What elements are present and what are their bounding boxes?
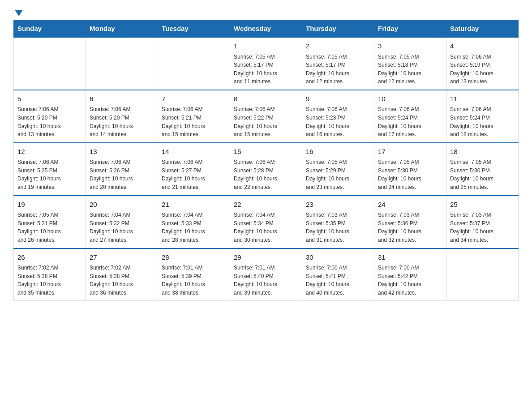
calendar-header-wednesday: Wednesday — [230, 20, 302, 38]
logo — [13, 9, 23, 15]
day-number: 3 — [378, 41, 442, 51]
day-info: Sunrise: 7:02 AM Sunset: 5:38 PM Dayligh… — [17, 264, 82, 297]
day-info: Sunrise: 7:06 AM Sunset: 5:22 PM Dayligh… — [234, 105, 298, 138]
day-info: Sunrise: 7:06 AM Sunset: 5:20 PM Dayligh… — [17, 105, 82, 138]
day-number: 16 — [306, 147, 370, 157]
calendar-cell: 11Sunrise: 7:06 AM Sunset: 5:24 PM Dayli… — [446, 90, 519, 143]
day-number: 17 — [378, 147, 442, 157]
day-info: Sunrise: 7:00 AM Sunset: 5:42 PM Dayligh… — [378, 264, 442, 297]
calendar-cell: 16Sunrise: 7:05 AM Sunset: 5:29 PM Dayli… — [302, 143, 374, 196]
calendar-header-saturday: Saturday — [446, 20, 519, 38]
day-number: 13 — [90, 147, 154, 157]
calendar-cell: 20Sunrise: 7:04 AM Sunset: 5:32 PM Dayli… — [86, 196, 158, 248]
day-number: 12 — [17, 147, 82, 157]
day-number: 25 — [450, 200, 515, 210]
day-info: Sunrise: 7:03 AM Sunset: 5:36 PM Dayligh… — [378, 211, 442, 244]
day-info: Sunrise: 7:04 AM Sunset: 5:34 PM Dayligh… — [234, 211, 298, 244]
calendar-cell: 23Sunrise: 7:03 AM Sunset: 5:35 PM Dayli… — [302, 196, 374, 248]
calendar-cell: 2Sunrise: 7:05 AM Sunset: 5:17 PM Daylig… — [302, 37, 374, 90]
day-number: 7 — [162, 94, 226, 104]
day-number: 18 — [450, 147, 515, 157]
day-number: 15 — [234, 147, 298, 157]
day-info: Sunrise: 7:04 AM Sunset: 5:33 PM Dayligh… — [162, 211, 226, 244]
day-number: 23 — [306, 200, 370, 210]
day-number: 10 — [378, 94, 442, 104]
day-number: 26 — [17, 253, 82, 263]
calendar-table: SundayMondayTuesdayWednesdayThursdayFrid… — [13, 20, 519, 301]
calendar-cell — [86, 37, 158, 90]
calendar-cell: 6Sunrise: 7:06 AM Sunset: 5:20 PM Daylig… — [86, 90, 158, 143]
day-info: Sunrise: 7:06 AM Sunset: 5:23 PM Dayligh… — [306, 105, 370, 138]
day-number: 2 — [306, 41, 370, 51]
calendar-cell: 26Sunrise: 7:02 AM Sunset: 5:38 PM Dayli… — [14, 248, 86, 301]
calendar-header-row: SundayMondayTuesdayWednesdayThursdayFrid… — [14, 20, 519, 38]
day-number: 21 — [162, 200, 226, 210]
calendar-cell: 27Sunrise: 7:02 AM Sunset: 5:38 PM Dayli… — [86, 248, 158, 301]
day-info: Sunrise: 7:01 AM Sunset: 5:40 PM Dayligh… — [234, 264, 298, 297]
day-number: 11 — [450, 94, 515, 104]
calendar-header-tuesday: Tuesday — [158, 20, 230, 38]
calendar-cell: 10Sunrise: 7:06 AM Sunset: 5:24 PM Dayli… — [374, 90, 446, 143]
day-info: Sunrise: 7:05 AM Sunset: 5:18 PM Dayligh… — [378, 53, 442, 86]
day-info: Sunrise: 7:01 AM Sunset: 5:39 PM Dayligh… — [162, 264, 226, 297]
day-info: Sunrise: 7:06 AM Sunset: 5:24 PM Dayligh… — [378, 105, 442, 138]
calendar-cell: 9Sunrise: 7:06 AM Sunset: 5:23 PM Daylig… — [302, 90, 374, 143]
logo-triangle-icon — [15, 10, 23, 16]
calendar-cell: 22Sunrise: 7:04 AM Sunset: 5:34 PM Dayli… — [230, 196, 302, 248]
day-number: 9 — [306, 94, 370, 104]
calendar-week-row: 5Sunrise: 7:06 AM Sunset: 5:20 PM Daylig… — [14, 90, 519, 143]
calendar-cell: 12Sunrise: 7:06 AM Sunset: 5:25 PM Dayli… — [14, 143, 86, 196]
calendar-cell — [14, 37, 86, 90]
day-number: 4 — [450, 41, 515, 51]
calendar-header-friday: Friday — [374, 20, 446, 38]
day-number: 28 — [162, 253, 226, 263]
day-number: 14 — [162, 147, 226, 157]
day-info: Sunrise: 7:06 AM Sunset: 5:26 PM Dayligh… — [90, 158, 154, 191]
day-info: Sunrise: 7:03 AM Sunset: 5:35 PM Dayligh… — [306, 211, 370, 244]
calendar-cell: 29Sunrise: 7:01 AM Sunset: 5:40 PM Dayli… — [230, 248, 302, 301]
day-number: 27 — [90, 253, 154, 263]
day-number: 5 — [17, 94, 82, 104]
calendar-cell: 17Sunrise: 7:05 AM Sunset: 5:30 PM Dayli… — [374, 143, 446, 196]
calendar-header-sunday: Sunday — [14, 20, 86, 38]
day-info: Sunrise: 7:06 AM Sunset: 5:25 PM Dayligh… — [17, 158, 82, 191]
calendar-cell: 31Sunrise: 7:00 AM Sunset: 5:42 PM Dayli… — [374, 248, 446, 301]
calendar-week-row: 26Sunrise: 7:02 AM Sunset: 5:38 PM Dayli… — [14, 248, 519, 301]
calendar-cell: 24Sunrise: 7:03 AM Sunset: 5:36 PM Dayli… — [374, 196, 446, 248]
calendar-cell: 7Sunrise: 7:06 AM Sunset: 5:21 PM Daylig… — [158, 90, 230, 143]
calendar-cell — [446, 248, 519, 301]
day-info: Sunrise: 7:02 AM Sunset: 5:38 PM Dayligh… — [90, 264, 154, 297]
calendar-week-row: 19Sunrise: 7:05 AM Sunset: 5:31 PM Dayli… — [14, 196, 519, 248]
day-info: Sunrise: 7:00 AM Sunset: 5:41 PM Dayligh… — [306, 264, 370, 297]
day-info: Sunrise: 7:05 AM Sunset: 5:17 PM Dayligh… — [234, 53, 298, 86]
calendar-week-row: 12Sunrise: 7:06 AM Sunset: 5:25 PM Dayli… — [14, 143, 519, 196]
day-info: Sunrise: 7:04 AM Sunset: 5:32 PM Dayligh… — [90, 211, 154, 244]
calendar-cell: 4Sunrise: 7:06 AM Sunset: 5:19 PM Daylig… — [446, 37, 519, 90]
calendar-cell: 19Sunrise: 7:05 AM Sunset: 5:31 PM Dayli… — [14, 196, 86, 248]
page-header — [13, 9, 519, 15]
day-info: Sunrise: 7:06 AM Sunset: 5:28 PM Dayligh… — [234, 158, 298, 191]
calendar-cell: 14Sunrise: 7:06 AM Sunset: 5:27 PM Dayli… — [158, 143, 230, 196]
day-info: Sunrise: 7:05 AM Sunset: 5:30 PM Dayligh… — [378, 158, 442, 191]
calendar-cell: 3Sunrise: 7:05 AM Sunset: 5:18 PM Daylig… — [374, 37, 446, 90]
day-info: Sunrise: 7:06 AM Sunset: 5:19 PM Dayligh… — [450, 53, 515, 86]
day-number: 6 — [90, 94, 154, 104]
calendar-cell — [158, 37, 230, 90]
day-info: Sunrise: 7:06 AM Sunset: 5:20 PM Dayligh… — [90, 105, 154, 138]
calendar-cell: 25Sunrise: 7:03 AM Sunset: 5:37 PM Dayli… — [446, 196, 519, 248]
calendar-week-row: 1Sunrise: 7:05 AM Sunset: 5:17 PM Daylig… — [14, 37, 519, 90]
calendar-cell: 13Sunrise: 7:06 AM Sunset: 5:26 PM Dayli… — [86, 143, 158, 196]
day-info: Sunrise: 7:06 AM Sunset: 5:27 PM Dayligh… — [162, 158, 226, 191]
day-info: Sunrise: 7:03 AM Sunset: 5:37 PM Dayligh… — [450, 211, 515, 244]
day-info: Sunrise: 7:05 AM Sunset: 5:17 PM Dayligh… — [306, 53, 370, 86]
calendar-cell: 8Sunrise: 7:06 AM Sunset: 5:22 PM Daylig… — [230, 90, 302, 143]
calendar-cell: 15Sunrise: 7:06 AM Sunset: 5:28 PM Dayli… — [230, 143, 302, 196]
calendar-header-thursday: Thursday — [302, 20, 374, 38]
day-info: Sunrise: 7:05 AM Sunset: 5:30 PM Dayligh… — [450, 158, 515, 191]
calendar-header-monday: Monday — [86, 20, 158, 38]
calendar-cell: 28Sunrise: 7:01 AM Sunset: 5:39 PM Dayli… — [158, 248, 230, 301]
calendar-cell: 30Sunrise: 7:00 AM Sunset: 5:41 PM Dayli… — [302, 248, 374, 301]
day-number: 31 — [378, 253, 442, 263]
day-number: 24 — [378, 200, 442, 210]
day-number: 19 — [17, 200, 82, 210]
